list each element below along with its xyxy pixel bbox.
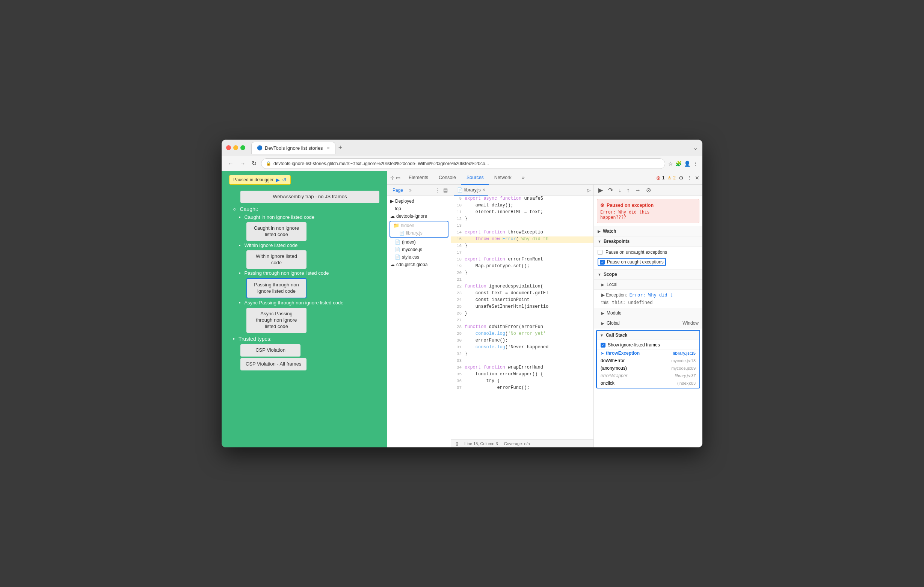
line-number: 23 bbox=[451, 291, 465, 297]
file-item-deployed[interactable]: ▶ Deployed bbox=[387, 197, 451, 205]
file-item-devtools-ignore[interactable]: ☁ devtools-ignore bbox=[387, 212, 451, 220]
line-number: 14 bbox=[451, 230, 465, 237]
subtab-more[interactable]: » bbox=[407, 187, 414, 193]
resume-icon[interactable]: ▶ bbox=[276, 177, 280, 183]
within-ignore-btn[interactable]: Within ignore listedcode bbox=[246, 250, 307, 269]
file-item-style[interactable]: 📄 style.css bbox=[387, 253, 451, 261]
new-tab-button[interactable]: + bbox=[335, 144, 346, 151]
frame-fn-wrapper: errorWrapper bbox=[601, 373, 673, 378]
file-item-cdn[interactable]: ☁ cdn.glitch.globa bbox=[387, 261, 451, 268]
line-number: 24 bbox=[451, 297, 465, 304]
stack-frame-error-wrapper[interactable]: errorWrapper library.js:37 bbox=[597, 372, 700, 380]
code-line-9: 9export async function unsafeS bbox=[451, 196, 594, 203]
step-over-icon[interactable]: ↺ bbox=[282, 177, 287, 183]
file-item-hidden[interactable]: 📁 hidden bbox=[390, 222, 448, 229]
tab-network[interactable]: Network bbox=[489, 171, 517, 185]
pause-caught-checkbox[interactable] bbox=[600, 260, 605, 265]
code-area[interactable]: 9export async function unsafeS10 await d… bbox=[451, 196, 594, 439]
menu-icon[interactable]: ⋮ bbox=[693, 161, 698, 167]
line-content: console.log('No error yet' bbox=[465, 331, 594, 338]
local-scope-content: ▶ Exception: Error: Why did t this: this… bbox=[594, 290, 702, 308]
sidebar-settings-icon[interactable]: ⋮ bbox=[436, 187, 440, 193]
subtab-page[interactable]: Page bbox=[390, 187, 405, 193]
line-number: 33 bbox=[451, 358, 465, 365]
global-section-header[interactable]: ▶ Global Window bbox=[594, 318, 702, 329]
csp-violation-all-btn[interactable]: CSP Violation - All frames bbox=[240, 358, 307, 370]
code-line-37: 37 errorFunc(); bbox=[451, 385, 594, 392]
editor-tab-library-js[interactable]: 📄 library.js ✕ bbox=[454, 185, 488, 196]
code-line-27: 27 bbox=[451, 317, 594, 324]
this-val: this: undefined bbox=[612, 300, 695, 305]
settings-icon[interactable]: ⚙ bbox=[679, 175, 684, 181]
code-line-24: 24 const insertionPoint = bbox=[451, 297, 594, 304]
back-button[interactable]: ← bbox=[226, 159, 235, 168]
line-content: await delay(); bbox=[465, 203, 594, 209]
keyword: function bbox=[500, 196, 522, 201]
frame-loc-throw: library.js:15 bbox=[673, 351, 696, 355]
show-ignored-row[interactable]: Show ignore-listed frames bbox=[597, 341, 700, 349]
file-item-library-js[interactable]: 📄 library.js bbox=[390, 229, 448, 237]
tab-sources[interactable]: Sources bbox=[461, 171, 489, 185]
address-bar[interactable]: 🔒 devtools-ignore-list-stories.glitch.me… bbox=[261, 158, 665, 169]
code-line-11: 11 element.innerHTML = text; bbox=[451, 209, 594, 216]
breakpoints-section-header[interactable]: ▼ Breakpoints bbox=[594, 237, 702, 247]
step-out-btn[interactable]: ↑ bbox=[625, 186, 631, 194]
file-item-top[interactable]: top bbox=[387, 205, 451, 212]
line-number: 12 bbox=[451, 216, 465, 223]
error-icon: ⊗ bbox=[656, 175, 661, 181]
more-options-icon[interactable]: ⋮ bbox=[686, 175, 692, 181]
local-section-header[interactable]: ▶ Local bbox=[594, 280, 702, 290]
call-stack-chevron: ▼ bbox=[600, 333, 604, 337]
close-devtools-icon[interactable]: ✕ bbox=[695, 175, 700, 181]
stack-frame-anonymous[interactable]: (anonymous) mycode.js:89 bbox=[597, 365, 700, 372]
stack-frame-onclick[interactable]: onclick (index):83 bbox=[597, 380, 700, 387]
async-label: ▪ Async Passing through non ignore liste… bbox=[239, 300, 380, 306]
deactivate-breakpoints-btn[interactable]: ⊘ bbox=[645, 186, 652, 194]
webassembly-btn[interactable]: WebAssembly trap - no JS frames bbox=[240, 191, 380, 203]
caught-non-ignore-btn[interactable]: Caught in non ignorelisted code bbox=[246, 222, 307, 241]
global-chevron: ▶ bbox=[601, 321, 604, 326]
scope-section-header[interactable]: ▼ Scope bbox=[594, 270, 702, 280]
file-item-mycode[interactable]: 📄 mycode.js bbox=[387, 246, 451, 253]
passing-btn[interactable]: Passing through nonignore listed code bbox=[246, 278, 307, 298]
pause-caught-item[interactable]: Pause on caught exceptions bbox=[597, 257, 699, 268]
module-section-header[interactable]: ▶ Module bbox=[594, 308, 702, 318]
reload-button[interactable]: ↻ bbox=[250, 159, 258, 168]
csp-violation-btn[interactable]: CSP Violation bbox=[240, 344, 300, 357]
tab-elements[interactable]: Elements bbox=[403, 171, 434, 185]
sidebar-panel-icon[interactable]: ▤ bbox=[443, 187, 448, 193]
line-content: errorFunc(); bbox=[465, 338, 594, 345]
tab-more[interactable]: » bbox=[517, 171, 530, 185]
tab-console[interactable]: Console bbox=[434, 171, 461, 185]
fn: console.log bbox=[475, 345, 505, 350]
address-text: devtools-ignore-list-stories.glitch.me/#… bbox=[274, 161, 489, 166]
show-ignored-checkbox[interactable] bbox=[601, 343, 606, 347]
device-icon[interactable]: ▭ bbox=[396, 175, 400, 181]
watch-section-header[interactable]: ▶ Watch bbox=[594, 226, 702, 237]
editor-toggle-icon[interactable]: ▷ bbox=[587, 187, 591, 193]
step-btn[interactable]: → bbox=[633, 186, 642, 194]
stack-frame-throw-exception[interactable]: ➤ throwException library.js:15 bbox=[597, 349, 700, 357]
maximize-button[interactable] bbox=[240, 145, 245, 150]
file-item-index[interactable]: 📄 (index) bbox=[387, 238, 451, 246]
active-tab[interactable]: 🔵 DevTools ignore list stories ✕ bbox=[251, 142, 335, 154]
profile-icon[interactable]: 👤 bbox=[684, 161, 690, 167]
pause-uncaught-checkbox[interactable] bbox=[597, 250, 602, 255]
error-badge: ⊗ 1 bbox=[656, 175, 665, 181]
watch-chevron: ▶ bbox=[597, 229, 601, 233]
forward-button[interactable]: → bbox=[238, 159, 247, 168]
minimize-button[interactable] bbox=[233, 145, 238, 150]
step-over-btn[interactable]: ↷ bbox=[607, 186, 614, 194]
pause-uncaught-item[interactable]: Pause on uncaught exceptions bbox=[597, 248, 699, 257]
step-into-btn[interactable]: ↓ bbox=[617, 186, 623, 194]
async-btn[interactable]: Async Passingthrough non ignorelisted co… bbox=[246, 308, 307, 333]
tab-close-button[interactable]: ✕ bbox=[327, 146, 330, 150]
inspect-icon[interactable]: ⊹ bbox=[390, 175, 394, 181]
call-stack-header[interactable]: ▼ Call Stack bbox=[597, 330, 700, 340]
extension-icon[interactable]: 🧩 bbox=[675, 161, 682, 167]
editor-tab-close[interactable]: ✕ bbox=[482, 187, 485, 192]
bookmark-icon[interactable]: ☆ bbox=[668, 161, 673, 167]
stack-frame-do-with-error[interactable]: doWithError mycode.js:18 bbox=[597, 357, 700, 365]
resume-btn[interactable]: ▶ bbox=[597, 186, 604, 194]
close-button[interactable] bbox=[226, 145, 231, 150]
